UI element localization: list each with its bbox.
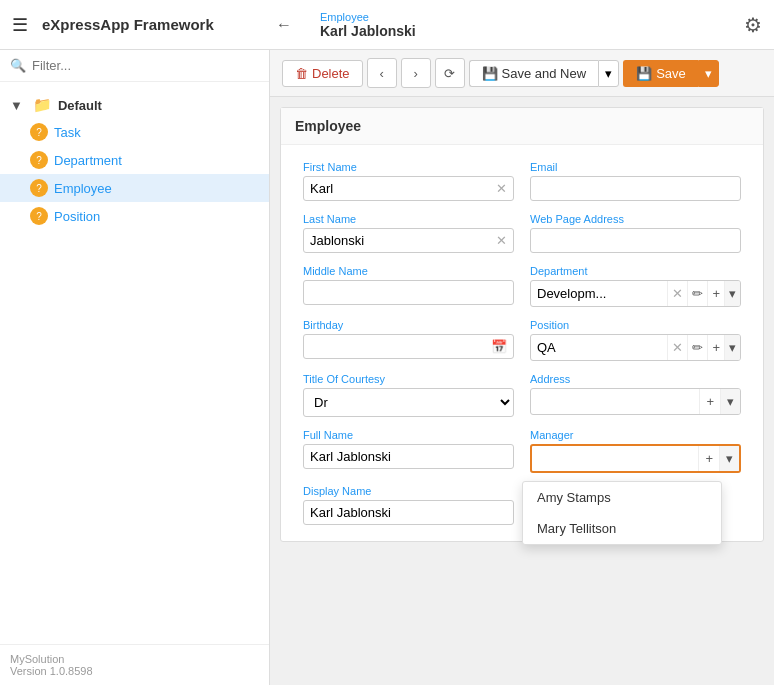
- full-name-input[interactable]: [310, 449, 507, 464]
- save-dropdown[interactable]: ▾: [698, 60, 719, 87]
- save-group: 💾 Save ▾: [623, 60, 719, 87]
- middle-name-input[interactable]: [310, 285, 507, 300]
- breadcrumb: ← Employee Karl Jablonski: [276, 11, 744, 39]
- field-department: Department Developm... ✕ ✏ + ▾: [522, 259, 749, 313]
- sidebar-filter-container: 🔍: [0, 50, 269, 82]
- address-dropdown-icon[interactable]: ▾: [720, 389, 740, 414]
- middle-name-input-wrapper: [303, 280, 514, 305]
- toolbar: 🗑 Delete ‹ › ⟳ 💾 Save and New ▾: [270, 50, 774, 97]
- department-edit-icon[interactable]: ✏: [687, 281, 707, 306]
- save-button[interactable]: 💾 Save: [623, 60, 698, 87]
- field-first-name: First Name ✕: [295, 155, 522, 207]
- position-add-icon[interactable]: +: [707, 335, 724, 360]
- first-name-clear-icon[interactable]: ✕: [496, 181, 507, 196]
- trash-icon: 🗑: [295, 66, 308, 81]
- last-name-label: Last Name: [303, 213, 514, 225]
- title-select[interactable]: Dr Mr Ms Mrs: [304, 389, 513, 416]
- department-add-icon[interactable]: +: [707, 281, 724, 306]
- form-panel-title: Employee: [281, 108, 763, 145]
- calendar-icon[interactable]: 📅: [491, 339, 507, 354]
- email-input[interactable]: [537, 181, 734, 196]
- manager-label: Manager: [530, 429, 741, 441]
- title-select-wrapper: Dr Mr Ms Mrs: [303, 388, 514, 417]
- position-dropdown-icon[interactable]: ▾: [724, 335, 740, 360]
- refresh-button[interactable]: ⟳: [435, 58, 465, 88]
- employee-icon: ?: [30, 179, 48, 197]
- department-label: Department: [530, 265, 741, 277]
- field-middle-name: Middle Name: [295, 259, 522, 313]
- chevron-left-icon: ‹: [379, 66, 383, 81]
- content-area: 🗑 Delete ‹ › ⟳ 💾 Save and New ▾: [270, 50, 774, 685]
- sidebar-tree: ▼ 📁 Default ? Task ? Department ? Employ…: [0, 82, 269, 644]
- field-title: Title Of Courtesy Dr Mr Ms Mrs: [295, 367, 522, 423]
- sidebar: 🔍 ▼ 📁 Default ? Task ? Department: [0, 50, 270, 685]
- sidebar-item-label-task: Task: [54, 125, 81, 140]
- sidebar-item-position[interactable]: ? Position: [0, 202, 269, 230]
- display-name-label: Display Name: [303, 485, 514, 497]
- manager-add-icon[interactable]: +: [698, 446, 719, 471]
- display-name-input[interactable]: [310, 505, 507, 520]
- sidebar-item-employee[interactable]: ? Employee: [0, 174, 269, 202]
- save-and-new-group: 💾 Save and New ▾: [469, 60, 620, 87]
- sidebar-item-label-department: Department: [54, 153, 122, 168]
- prev-button[interactable]: ‹: [367, 58, 397, 88]
- sidebar-item-task[interactable]: ? Task: [0, 118, 269, 146]
- next-button[interactable]: ›: [401, 58, 431, 88]
- back-button[interactable]: ←: [276, 16, 292, 34]
- chevron-down-icon: ▼: [10, 98, 23, 113]
- field-position: Position QA ✕ ✏ + ▾: [522, 313, 749, 367]
- field-email: Email: [522, 155, 749, 207]
- birthday-input[interactable]: [310, 339, 491, 354]
- address-value: [531, 397, 699, 407]
- department-icon: ?: [30, 151, 48, 169]
- first-name-input[interactable]: [310, 181, 492, 196]
- department-dropdown-icon[interactable]: ▾: [724, 281, 740, 306]
- gear-icon[interactable]: ⚙: [744, 13, 762, 37]
- birthday-label: Birthday: [303, 319, 514, 331]
- last-name-clear-icon[interactable]: ✕: [496, 233, 507, 248]
- manager-lookup: + ▾: [530, 444, 741, 473]
- manager-option-amy[interactable]: Amy Stamps: [523, 482, 721, 513]
- department-clear-icon[interactable]: ✕: [667, 281, 687, 306]
- first-name-input-wrapper: ✕: [303, 176, 514, 201]
- footer-solution: MySolution: [10, 653, 259, 665]
- position-value: QA: [531, 335, 667, 360]
- hamburger-icon[interactable]: ☰: [12, 14, 28, 36]
- filter-icon: 🔍: [10, 58, 26, 73]
- sidebar-filter-input[interactable]: [32, 58, 259, 73]
- title-label: Title Of Courtesy: [303, 373, 514, 385]
- web-page-input-wrapper: [530, 228, 741, 253]
- email-label: Email: [530, 161, 741, 173]
- app-header: ☰ eXpressApp Framework ← Employee Karl J…: [0, 0, 774, 50]
- chevron-right-icon: ›: [413, 66, 417, 81]
- field-full-name: Full Name: [295, 423, 522, 479]
- manager-option-mary[interactable]: Mary Tellitson: [523, 513, 721, 544]
- save-and-new-dropdown[interactable]: ▾: [598, 60, 619, 87]
- save-and-new-button[interactable]: 💾 Save and New: [469, 60, 599, 87]
- manager-value: [532, 454, 698, 464]
- sidebar-group-header[interactable]: ▼ 📁 Default: [0, 92, 269, 118]
- form-area: Employee First Name ✕ Email: [270, 97, 774, 685]
- sidebar-item-label-position: Position: [54, 209, 100, 224]
- position-edit-icon[interactable]: ✏: [687, 335, 707, 360]
- address-add-icon[interactable]: +: [699, 389, 720, 414]
- sidebar-group-default: ▼ 📁 Default ? Task ? Department ? Employ…: [0, 88, 269, 234]
- position-lookup: QA ✕ ✏ + ▾: [530, 334, 741, 361]
- sidebar-item-label-employee: Employee: [54, 181, 112, 196]
- manager-dropdown-icon[interactable]: ▾: [719, 446, 739, 471]
- display-name-input-wrapper: [303, 500, 514, 525]
- breadcrumb-nav: Employee Karl Jablonski: [320, 11, 744, 39]
- web-page-input[interactable]: [537, 233, 734, 248]
- breadcrumb-parent[interactable]: Employee: [320, 11, 369, 23]
- save-new-icon: 💾: [482, 66, 498, 81]
- delete-button[interactable]: 🗑 Delete: [282, 60, 363, 87]
- delete-label: Delete: [312, 66, 350, 81]
- main-layout: 🔍 ▼ 📁 Default ? Task ? Department: [0, 50, 774, 685]
- position-clear-icon[interactable]: ✕: [667, 335, 687, 360]
- last-name-input[interactable]: [310, 233, 492, 248]
- sidebar-group-label: Default: [58, 98, 102, 113]
- sidebar-item-department[interactable]: ? Department: [0, 146, 269, 174]
- birthday-input-wrapper: 📅: [303, 334, 514, 359]
- field-address: Address + ▾: [522, 367, 749, 423]
- full-name-input-wrapper: [303, 444, 514, 469]
